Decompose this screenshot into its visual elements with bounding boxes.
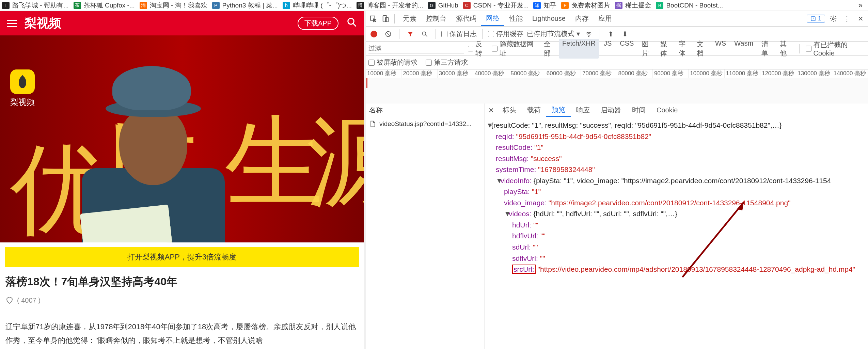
wifi-icon[interactable] [583,29,594,39]
bookmark-item[interactable]: PPython3 教程 | 菜... [212,1,278,10]
response-tab[interactable]: 预览 [546,104,571,117]
device-toggle-icon[interactable] [380,13,391,24]
article-title: 落榜18次！7旬单身汉坚持高考40年 [5,274,358,289]
filter-chip[interactable]: 字体 [675,39,692,59]
devtools-tab-元素[interactable]: 元素 [398,11,421,26]
brand-overlay-text: 梨视频 [10,97,35,108]
upload-icon[interactable]: ⬆ [605,29,616,39]
search-icon[interactable] [347,17,357,29]
inspect-element-icon[interactable] [368,13,379,24]
filter-icon[interactable] [405,29,416,39]
bookmark-label: Python3 教程 | 菜... [222,1,278,10]
devtools-tab-源代码[interactable]: 源代码 [451,11,481,26]
request-name: videoStatus.jsp?contId=14332... [379,120,472,128]
filter-chip[interactable]: CSS [616,39,637,59]
filter-chip[interactable]: 其他 [776,39,793,59]
menu-icon[interactable] [7,20,17,27]
response-tab[interactable]: 时间 [627,104,651,117]
record-icon[interactable] [368,29,379,39]
blocked-cookies-checkbox[interactable]: 有已拦截的 Cookie [806,40,865,57]
bookmark-item[interactable]: 博博客园 - 开发者的... [357,1,423,10]
request-row[interactable]: videoStatus.jsp?contId=14332... [366,117,485,131]
bookmark-label: CSDN - 专业开发... [473,1,529,10]
settings-icon[interactable] [828,13,839,24]
response-tab[interactable]: 响应 [571,104,595,117]
filter-chip[interactable]: Fetch/XHR [559,39,599,59]
response-tab[interactable]: 载荷 [522,104,546,117]
devtools-tab-性能[interactable]: 性能 [504,11,527,26]
devtools-tab-内存[interactable]: 内存 [570,11,594,26]
throttling-select[interactable]: 已停用节流模式 ▾ [527,29,580,38]
svg-marker-13 [737,202,744,210]
hide-data-urls-checkbox[interactable]: 隐藏数据网址 [492,39,536,58]
devtools-tab-网络[interactable]: 网络 [481,11,504,26]
search-devtools-icon[interactable] [419,29,430,39]
filter-chip[interactable]: 清单 [758,39,775,59]
response-tab[interactable]: 标头 [497,104,522,117]
devtools-tab-应用[interactable]: 应用 [594,11,617,26]
close-response-icon[interactable]: ✕ [485,106,497,114]
timeline-tick: 30000 毫秒 [438,69,473,78]
bookmark-item[interactable]: F免费素材图片 [561,1,610,10]
bookmark-label: 路飞学城 - 帮助有... [12,1,69,10]
preserve-log-checkbox[interactable]: 保留日志 [441,29,477,38]
disable-cache-checkbox[interactable]: 停用缓存 [488,29,523,38]
bookmark-item[interactable]: b哔哩哔哩 (゜-゜)つ... [283,1,352,10]
filter-input[interactable] [368,44,464,53]
like-count[interactable]: ( 4007 ) [5,296,358,304]
blocked-requests-checkbox[interactable]: 被屏蔽的请求 [368,58,417,67]
close-devtools-icon[interactable]: ✕ [855,13,866,24]
video-player[interactable]: 优质生源 梨视频 [0,35,364,242]
bookmark-label: 博客园 - 开发者的... [367,1,423,10]
svg-line-8 [386,32,390,36]
download-icon[interactable]: ⬇ [620,29,631,39]
bookmark-item[interactable]: BBootCDN - Bootst... [656,2,723,9]
bookmark-item[interactable]: 掘稀土掘金 [615,1,651,10]
request-list-header[interactable]: 名称 [366,104,485,117]
download-app-button[interactable]: 下载APP [298,17,338,30]
svg-line-1 [353,23,356,27]
bookmarks-bar: L路飞学城 - 帮助有... 茶茶杯狐 Cupfox -... 淘淘宝网 - 淘… [0,0,868,11]
filter-chip[interactable]: 图片 [638,39,656,59]
timeline-tick: 90000 毫秒 [653,69,689,78]
file-icon [369,121,376,127]
filter-chip[interactable]: WS [712,39,729,59]
bookmark-item[interactable]: GGitHub [428,2,458,9]
filter-chip[interactable]: 文档 [693,39,710,59]
annotation-arrow [676,195,764,284]
response-tab[interactable]: Cookie [651,104,683,117]
timeline-tick: 40000 毫秒 [473,69,509,78]
network-timeline[interactable]: 10000 毫秒20000 毫秒30000 毫秒40000 毫秒50000 毫秒… [366,69,868,104]
bookmark-label: 茶杯狐 Cupfox -... [84,1,135,10]
invert-checkbox[interactable]: 反转 [468,39,488,58]
filter-chip[interactable]: 媒体 [657,39,674,59]
response-tab[interactable]: 启动器 [595,104,627,117]
article: 落榜18次！7旬单身汉坚持高考40年 ( 4007 ) 辽宁阜新71岁的康连喜，… [0,267,364,347]
svg-rect-3 [383,15,387,21]
bookmark-label: 免费素材图片 [571,1,610,10]
devtools-tab-控制台[interactable]: 控制台 [421,11,451,26]
bookmark-item[interactable]: CCSDN - 专业开发... [463,1,529,10]
issues-badge[interactable]: 1 [807,15,825,22]
filter-chip[interactable]: JS [600,39,615,59]
article-description: 辽宁阜新71岁的康连喜，从1978年到2018年40年间参加了18次高考，屡屡落… [5,320,358,347]
timeline-tick: 10000 毫秒 [366,69,401,78]
timeline-tick: 80000 毫秒 [617,69,653,78]
devtools-tabbar: 元素控制台源代码网络性能Lighthouse内存应用 1 ⋮ ✕ [366,11,868,27]
timeline-tick: 120000 毫秒 [760,69,796,78]
third-party-checkbox[interactable]: 第三方请求 [426,58,468,67]
clear-icon[interactable] [383,29,394,39]
filter-chip[interactable]: Wasm [731,39,757,59]
bookmark-label: 淘宝网 - 淘！我喜欢 [150,1,207,10]
more-icon[interactable]: ⋮ [841,13,852,24]
devtools-tab-Lighthouse[interactable]: Lighthouse [527,11,570,26]
filter-chip[interactable]: 全部 [540,39,557,59]
bookmark-item[interactable]: 茶茶杯狐 Cupfox -... [74,1,135,10]
site-logo-text[interactable]: 梨视频 [25,15,61,32]
bookmark-item[interactable]: L路飞学城 - 帮助有... [2,1,69,10]
bookmarks-overflow[interactable]: » [855,1,866,10]
bookmark-item[interactable]: 淘淘宝网 - 淘！我喜欢 [140,1,207,10]
json-preview[interactable]: ▼{resultCode: "1", resultMsg: "success",… [485,117,868,349]
bookmark-item[interactable]: 知知乎 [533,1,556,10]
open-app-banner[interactable]: 打开梨视频APP，提升3倍流畅度 [5,247,359,267]
